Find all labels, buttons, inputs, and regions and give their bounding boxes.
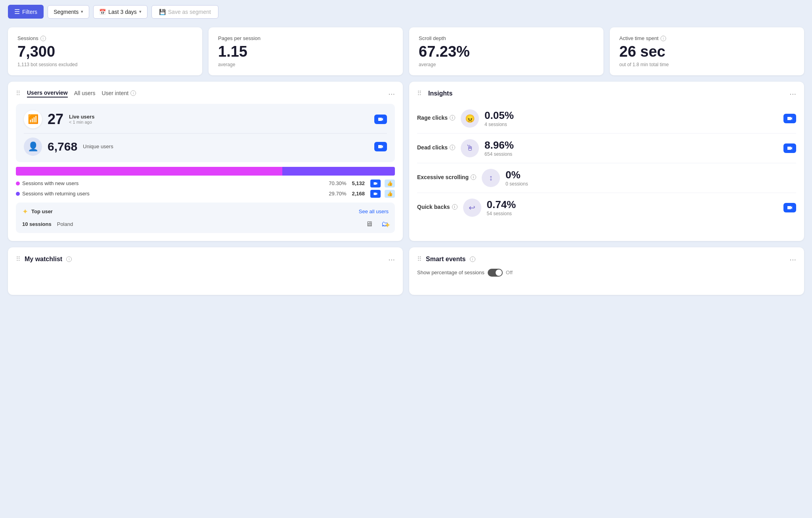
smart-events-drag-handle-icon[interactable]: ⠿	[417, 255, 422, 263]
watchlist-drag-handle-icon[interactable]: ⠿	[16, 255, 21, 263]
rage-clicks-left: Rage clicks i	[417, 115, 455, 122]
excessive-scrolling-label: Excessive scrolling i	[417, 174, 476, 180]
segments-button[interactable]: Segments ▾	[48, 5, 89, 19]
users-inner-card: 📶 27 Live users < 1 min ago 👤 6,768 Uniq…	[16, 104, 395, 162]
active-time-sublabel: out of 1.8 min total time	[619, 62, 795, 67]
smart-events-toggle-row: Show percentage of sessions Off	[417, 269, 796, 277]
tab-user-intent[interactable]: User intent i	[102, 90, 136, 97]
dead-clicks-left: Dead clicks i	[417, 144, 455, 152]
quick-backs-video-button[interactable]	[783, 203, 796, 212]
lastdays-button[interactable]: 📅 Last 3 days ▾	[93, 5, 147, 19]
main-grid: ⠿ Users overview All users User intent i…	[0, 82, 812, 247]
excessive-scrolling-icon: ↕	[489, 173, 493, 182]
rage-clicks-video-button[interactable]	[783, 114, 796, 123]
returning-sessions-video-button[interactable]	[370, 190, 381, 198]
top-user-section: ✦ Top user See all users 10 sessions Pol…	[16, 203, 395, 233]
sessions-info-icon[interactable]: i	[40, 36, 46, 41]
bottom-grid: ⠿ My watchlist i ··· ⠿ Smart events i ··…	[0, 247, 812, 301]
new-sessions-label: Sessions with new users	[22, 180, 79, 186]
excessive-scrolling-left: Excessive scrolling i	[417, 174, 476, 182]
quick-backs-sessions: 54 sessions	[487, 211, 516, 216]
insights-menu-icon[interactable]: ···	[789, 90, 796, 97]
quick-backs-stats: 0.74% 54 sessions	[487, 199, 516, 216]
top-user-sessions: 10 sessions	[22, 221, 52, 227]
smart-events-toggle-state: Off	[506, 270, 513, 275]
active-time-info-icon[interactable]: i	[661, 36, 666, 41]
users-overview-panel: ⠿ Users overview All users User intent i…	[8, 82, 403, 241]
sessions-label: Sessions i	[17, 35, 193, 41]
smart-events-toggle-label: Show percentage of sessions	[417, 270, 485, 275]
excessive-scrolling-info-icon[interactable]: i	[471, 174, 476, 180]
quick-backs-left: Quick backs i	[417, 204, 458, 212]
returning-sessions-count: 2,168	[352, 191, 365, 197]
watchlist-menu-icon[interactable]: ···	[388, 255, 395, 263]
sessions-value: 7,300	[17, 44, 193, 60]
see-all-users-link[interactable]: See all users	[359, 208, 389, 214]
insights-panel: ⠿ Insights ··· Rage clicks i 😠 0.05% 4 s…	[409, 82, 804, 241]
sessions-progress-bar	[16, 167, 395, 176]
dead-clicks-video-button[interactable]	[783, 143, 796, 153]
tab-all-users[interactable]: All users	[74, 90, 96, 97]
dead-clicks-label: Dead clicks i	[417, 144, 455, 151]
new-sessions-video-button[interactable]	[370, 180, 381, 187]
live-users-video-button[interactable]	[374, 115, 387, 124]
user-intent-info-icon[interactable]: i	[130, 90, 136, 96]
progress-section: Sessions with new users 70.30% 5,132 👍 S…	[16, 167, 395, 198]
scroll-sublabel: average	[419, 62, 594, 67]
excessive-scrolling-sessions: 0 sessions	[506, 181, 528, 187]
new-sessions-bar	[16, 167, 282, 176]
returning-sessions-dot	[16, 192, 20, 196]
unique-users-video-button[interactable]	[374, 142, 387, 151]
filters-button[interactable]: ☰ Filters	[8, 5, 44, 19]
users-overview-title[interactable]: Users overview	[27, 90, 68, 97]
live-users-sub: < 1 min ago	[69, 120, 94, 124]
excessive-scrolling-value: 0%	[506, 169, 528, 181]
save-label: Save as segment	[168, 9, 211, 15]
rage-clicks-stats: 0.05% 4 sessions	[485, 109, 514, 127]
excessive-scrolling-stats: 0% 0 sessions	[506, 169, 528, 187]
returning-sessions-pct: 29.70%	[329, 191, 346, 197]
new-sessions-thumb-button[interactable]: 👍	[385, 180, 395, 187]
stats-row: Sessions i 7,300 1,113 bot sessions excl…	[0, 23, 812, 82]
smart-events-toggle[interactable]	[488, 269, 503, 277]
scroll-depth-card: Scroll depth 67.23% average	[409, 27, 603, 75]
topbar: ☰ Filters Segments ▾ 📅 Last 3 days ▾ 💾 S…	[0, 0, 812, 23]
rage-clicks-value: 0.05%	[485, 109, 514, 122]
live-users-count: 27	[48, 111, 63, 128]
pages-label: Pages per session	[218, 35, 393, 41]
dead-clicks-icon-wrap: 🖱	[461, 139, 479, 157]
live-users-icon-wrap: 📶	[24, 110, 42, 128]
dead-clicks-icon: 🖱	[466, 143, 474, 153]
lastdays-label: Last 3 days	[108, 9, 137, 15]
chevron-down-icon: ▾	[139, 9, 142, 14]
dead-clicks-value: 8.96%	[485, 139, 514, 151]
dead-clicks-stats: 8.96% 654 sessions	[485, 139, 514, 157]
quick-backs-info-icon[interactable]: i	[452, 204, 458, 210]
save-icon: 💾	[159, 9, 166, 15]
live-users-info: Live users < 1 min ago	[69, 114, 94, 124]
rage-clicks-item: Rage clicks i 😠 0.05% 4 sessions	[417, 104, 796, 134]
returning-sessions-thumb-button[interactable]: 👍	[385, 190, 395, 198]
excessive-scrolling-item: Excessive scrolling i ↕ 0% 0 sessions	[417, 163, 796, 193]
quick-backs-label: Quick backs i	[417, 204, 458, 210]
users-overview-menu-icon[interactable]: ···	[388, 90, 395, 97]
watchlist-info-icon[interactable]: i	[66, 256, 72, 262]
save-segment-button[interactable]: 💾 Save as segment	[151, 5, 218, 19]
smart-events-info-icon[interactable]: i	[470, 256, 475, 262]
dead-clicks-item: Dead clicks i 🖱 8.96% 654 sessions	[417, 134, 796, 163]
pages-per-session-card: Pages per session 1.15 average	[209, 27, 403, 75]
active-time-label: Active time spent i	[619, 35, 795, 41]
pages-sublabel: average	[218, 62, 393, 67]
dead-clicks-info-icon[interactable]: i	[450, 145, 455, 150]
smart-events-menu-icon[interactable]: ···	[789, 255, 796, 263]
top-user-country: Poland	[57, 221, 73, 227]
users-overview-header: ⠿ Users overview All users User intent i…	[16, 90, 395, 97]
drag-handle-icon[interactable]: ⠿	[16, 90, 21, 97]
new-sessions-count: 5,132	[352, 180, 365, 186]
smart-events-header: ⠿ Smart events i ···	[417, 255, 796, 263]
rage-clicks-info-icon[interactable]: i	[450, 115, 455, 120]
insights-drag-handle-icon[interactable]: ⠿	[417, 90, 422, 97]
watchlist-panel: ⠿ My watchlist i ···	[8, 247, 403, 295]
quick-backs-value: 0.74%	[487, 199, 516, 211]
live-users-label: Live users	[69, 114, 94, 120]
